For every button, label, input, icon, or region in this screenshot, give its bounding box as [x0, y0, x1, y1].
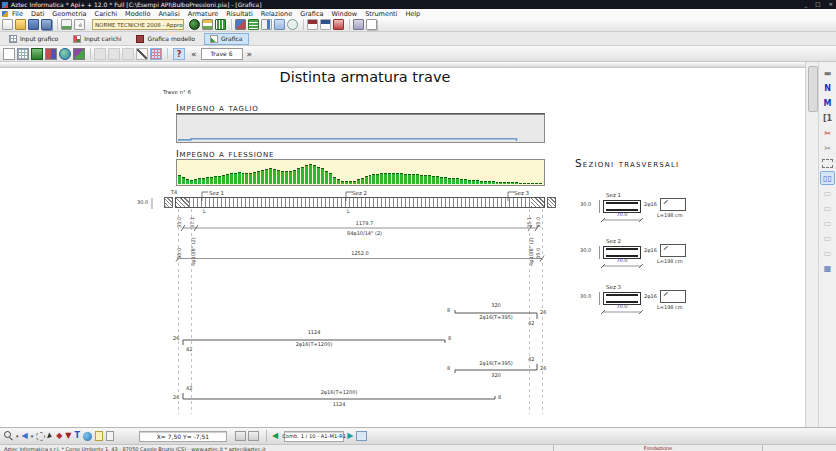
- menu-item-relazione[interactable]: Relazione: [261, 10, 292, 18]
- normal-force-icon[interactable]: N: [820, 81, 835, 95]
- mesh-icon[interactable]: [248, 19, 259, 30]
- edit-sheet-icon[interactable]: [106, 431, 114, 441]
- separator: [167, 48, 168, 59]
- tab-label: Grafica modello: [147, 35, 194, 42]
- tab-input-grafico[interactable]: Input grafico: [3, 33, 64, 45]
- globe-icon[interactable]: [59, 48, 71, 60]
- moment-icon[interactable]: M: [820, 96, 835, 110]
- tab-label: Input carichi: [84, 35, 121, 42]
- text-format-icon[interactable]: [320, 19, 331, 30]
- export-bmp-icon[interactable]: [356, 431, 367, 441]
- beam-view-icon[interactable]: ▬: [820, 66, 835, 80]
- table-blue-icon[interactable]: ▦: [820, 261, 835, 275]
- options-gears-icon[interactable]: [235, 19, 246, 30]
- prev-trave-button[interactable]: «: [187, 48, 201, 60]
- delete-icon[interactable]: [333, 19, 344, 30]
- next-trave-button[interactable]: »: [243, 48, 257, 60]
- diagram-curve-icon[interactable]: [136, 48, 148, 60]
- selection-box-icon[interactable]: [820, 156, 835, 170]
- menu-item-geometria[interactable]: Geometria: [52, 10, 86, 18]
- rotate-icon[interactable]: [36, 432, 45, 441]
- close-button[interactable]: ×: [828, 0, 833, 9]
- grid-icon: [9, 35, 17, 43]
- layout-table-icon[interactable]: [248, 431, 259, 441]
- cut-gray-icon[interactable]: ✂: [820, 141, 835, 155]
- results-table-icon[interactable]: [215, 19, 226, 30]
- menu-item-grafica[interactable]: Grafica: [300, 10, 323, 18]
- application-window: Aztec Informatica * Api+ + 12.0 * Full […: [0, 0, 836, 451]
- disabled-tool-icon: [94, 48, 106, 60]
- grid-view-icon[interactable]: [17, 48, 29, 60]
- select-cursor-icon[interactable]: [47, 432, 53, 439]
- grid-icon[interactable]: [274, 19, 285, 30]
- drawing-canvas[interactable]: Distinta armatura trave Trave n° 6 Impeg…: [0, 62, 805, 427]
- tab-grafica[interactable]: Grafica: [204, 33, 249, 45]
- report-5-icon: ▭: [820, 246, 835, 260]
- dimension-linework: [0, 62, 805, 427]
- rebar-table-icon[interactable]: [150, 48, 162, 60]
- report-3-icon: ▭: [820, 216, 835, 230]
- menu-item-file[interactable]: File: [12, 10, 23, 18]
- prev-combination-button[interactable]: ◀: [272, 432, 278, 440]
- disabled-tool-icon: [122, 48, 134, 60]
- menu-item-carichi[interactable]: Carichi: [95, 10, 118, 18]
- save-all-icon[interactable]: [41, 19, 52, 30]
- disabled-tool-icon: [108, 48, 120, 60]
- vertical-scrollbar[interactable]: [805, 62, 818, 427]
- main-toolbar: NORME TECNICHE 2008 - Approccio 1: [0, 18, 836, 32]
- minimize-button[interactable]: _: [804, 0, 807, 9]
- globe-icon[interactable]: [83, 432, 92, 441]
- analysis-run-icon[interactable]: [189, 19, 200, 30]
- pan-back-icon[interactable]: ◀: [22, 432, 28, 440]
- section-cut-icon[interactable]: [1: [820, 111, 835, 125]
- text-tool-icon[interactable]: T: [75, 432, 80, 440]
- preview-icon[interactable]: [74, 19, 85, 30]
- menu-item-analisi[interactable]: Analisi: [158, 10, 179, 18]
- flags-icon[interactable]: ▼: [65, 432, 71, 440]
- menu-item-armature[interactable]: Armature: [188, 10, 219, 18]
- maximize-button[interactable]: □: [815, 0, 820, 9]
- copy-icon[interactable]: [366, 19, 377, 30]
- current-trave-box[interactable]: Trave 6: [201, 48, 243, 60]
- tab-grafica-modello[interactable]: Grafica modello: [130, 33, 200, 45]
- combination-display: Comb. 1 / 10 - A1-M1-R1: [284, 431, 344, 442]
- menu-item-modello[interactable]: Modello: [125, 10, 150, 18]
- cut-red-icon[interactable]: ✂: [820, 126, 835, 140]
- export-doc-icon[interactable]: [261, 19, 272, 30]
- zoom-icon[interactable]: [4, 431, 14, 441]
- menu-item-risultati[interactable]: Risultati: [226, 10, 253, 18]
- scale-table-icon[interactable]: [235, 431, 246, 441]
- refresh-icon[interactable]: [287, 19, 298, 30]
- new-file-icon[interactable]: [2, 19, 13, 30]
- sheet-icon[interactable]: [95, 431, 103, 441]
- font-style-icon[interactable]: [307, 19, 318, 30]
- scrollbar-thumb[interactable]: [808, 66, 818, 112]
- save-icon[interactable]: [28, 19, 39, 30]
- pan-dropdown-icon[interactable]: ▾: [31, 433, 34, 439]
- separator: [231, 19, 232, 30]
- app-icon: [2, 2, 8, 8]
- units-icon[interactable]: [61, 19, 72, 30]
- menu-item-help[interactable]: Help: [405, 10, 420, 18]
- menu-item-strumenti[interactable]: Strumenti: [365, 10, 397, 18]
- graphics-icon: [210, 35, 218, 43]
- tab-input-carichi[interactable]: Input carichi: [67, 33, 127, 45]
- layers-icon[interactable]: [202, 19, 213, 30]
- menu-item-dati[interactable]: Dati: [31, 10, 44, 18]
- diagram-colors-icon[interactable]: [45, 48, 57, 60]
- select-frame-icon[interactable]: [3, 48, 15, 60]
- measure-icon[interactable]: ◆: [56, 432, 62, 440]
- help-button[interactable]: ?: [173, 48, 185, 60]
- print-icon[interactable]: [353, 19, 364, 30]
- zoom-dropdown-icon[interactable]: ▾: [16, 433, 19, 439]
- open-file-icon[interactable]: [15, 19, 26, 30]
- report-4-icon: ▭: [820, 231, 835, 245]
- menu-item-window[interactable]: Window: [332, 10, 358, 18]
- coordinates-display: X= 7,50 Y= -7,51: [139, 431, 227, 442]
- norme-combo[interactable]: NORME TECNICHE 2008 - Approccio 1: [92, 19, 184, 30]
- double-view-icon[interactable]: ▯▯: [820, 171, 835, 185]
- render-icon[interactable]: [31, 48, 43, 60]
- separator: [349, 19, 350, 30]
- solid-view-icon[interactable]: [73, 48, 85, 60]
- next-combination-button[interactable]: ▶: [347, 432, 353, 440]
